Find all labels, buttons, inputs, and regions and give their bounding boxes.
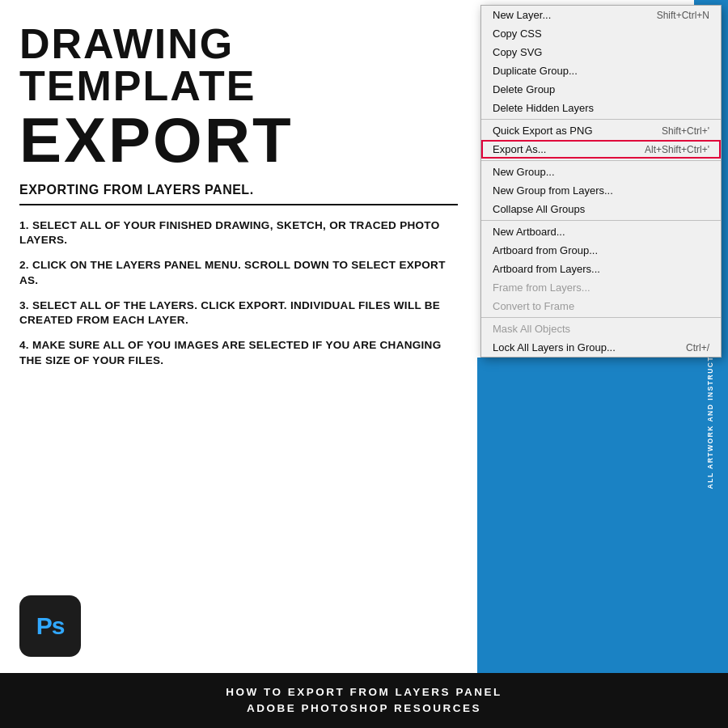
menu-label-3: Duplicate Group... [493, 65, 578, 77]
menu-label-9: New Group from Layers... [493, 184, 613, 197]
menu-separator-7 [481, 160, 721, 161]
menu-label-5: Delete Hidden Layers [493, 102, 594, 114]
menu-item-16: Mask All Objects [481, 320, 721, 338]
menu-label-14: Frame from Layers... [493, 281, 590, 294]
menu-label-0: New Layer... [493, 9, 551, 21]
menu-item-0[interactable]: New Layer...Shift+Ctrl+N [481, 6, 721, 24]
footer-line2: ADOBE PHOTOSHOP RESOURCES [16, 700, 712, 717]
menu-label-7: Export As... [493, 143, 546, 155]
menu-label-13: Artboard from Layers... [493, 263, 600, 275]
menu-item-8[interactable]: New Group... [481, 163, 721, 181]
menu-separator-5 [481, 119, 721, 120]
menu-item-3[interactable]: Duplicate Group... [481, 61, 721, 80]
context-menu: New Layer...Shift+Ctrl+NCopy CSSCopy SVG… [480, 5, 722, 358]
menu-shortcut-6: Shift+Ctrl+' [662, 125, 709, 137]
ps-logo-text: Ps [36, 612, 65, 640]
step-2: 2. CLICK ON THE LAYERS PANEL MENU. SCROL… [19, 258, 458, 287]
menu-label-15: Convert to Frame [493, 300, 574, 312]
menu-item-10[interactable]: Collapse All Groups [481, 200, 721, 218]
menu-label-16: Mask All Objects [493, 323, 570, 335]
menu-label-6: Quick Export as PNG [493, 125, 593, 137]
subtitle: EXPORTING FROM LAYERS PANEL. [19, 183, 458, 205]
menu-item-4[interactable]: Delete Group [481, 80, 721, 99]
menu-shortcut-0: Shift+Ctrl+N [657, 10, 709, 21]
blue-area [477, 358, 694, 673]
menu-shortcut-17: Ctrl+/ [686, 342, 709, 353]
step-4: 4. MAKE SURE ALL OF YOU IMAGES ARE SELEC… [19, 338, 458, 367]
menu-item-9[interactable]: New Group from Layers... [481, 181, 721, 200]
left-panel: DRAWING TEMPLATE EXPORT EXPORTING FROM L… [0, 0, 477, 673]
menu-label-2: Copy SVG [493, 46, 542, 58]
menu-separator-15 [481, 317, 721, 318]
menu-item-13[interactable]: Artboard from Layers... [481, 260, 721, 278]
step-1: 1. SELECT ALL OF YOUR FINISHED DRAWING, … [19, 218, 458, 248]
menu-item-12[interactable]: Artboard from Group... [481, 241, 721, 260]
menu-label-1: Copy CSS [493, 28, 542, 40]
step-3: 3. SELECT ALL OF THE LAYERS. CLICK EXPOR… [19, 298, 458, 328]
menu-item-17[interactable]: Lock All Layers in Group...Ctrl+/ [481, 338, 721, 357]
menu-label-4: Delete Group [493, 83, 555, 95]
menu-label-11: New Artboard... [493, 226, 565, 238]
menu-label-10: Collapse All Groups [493, 203, 585, 215]
menu-item-5[interactable]: Delete Hidden Layers [481, 99, 721, 117]
title-template: TEMPLATE [19, 65, 458, 107]
menu-label-12: Artboard from Group... [493, 244, 598, 256]
menu-separator-10 [481, 220, 721, 221]
menu-item-11[interactable]: New Artboard... [481, 222, 721, 241]
photoshop-logo: Ps [19, 595, 81, 657]
menu-label-8: New Group... [493, 166, 555, 178]
title-export: EXPORT [19, 108, 458, 171]
menu-shortcut-7: Alt+Shift+Ctrl+' [645, 144, 709, 155]
right-panel: New Layer...Shift+Ctrl+NCopy CSSCopy SVG… [477, 0, 728, 673]
footer-line1: HOW TO EXPORT FROM LAYERS PANEL [16, 684, 712, 700]
title-drawing: DRAWING [19, 23, 458, 65]
menu-item-2[interactable]: Copy SVG [481, 43, 721, 61]
menu-item-14: Frame from Layers... [481, 278, 721, 297]
menu-item-1[interactable]: Copy CSS [481, 24, 721, 43]
menu-item-15: Convert to Frame [481, 297, 721, 315]
menu-item-7[interactable]: Export As...Alt+Shift+Ctrl+' [481, 140, 721, 159]
menu-item-6[interactable]: Quick Export as PNGShift+Ctrl+' [481, 121, 721, 140]
menu-label-17: Lock All Layers in Group... [493, 341, 616, 353]
footer: HOW TO EXPORT FROM LAYERS PANEL ADOBE PH… [0, 673, 728, 729]
